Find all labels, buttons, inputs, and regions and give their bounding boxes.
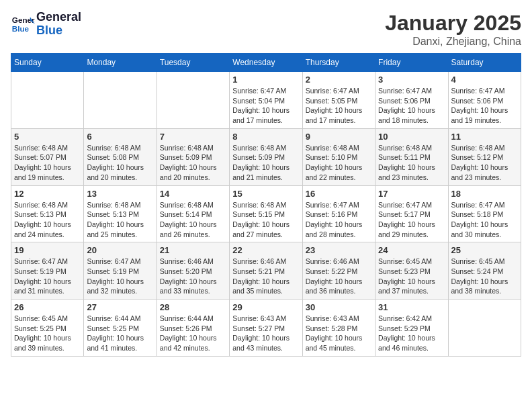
calendar-header-row: SundayMondayTuesdayWednesdayThursdayFrid…	[11, 54, 521, 72]
day-info: Sunrise: 6:48 AM Sunset: 5:12 PM Dayligh…	[451, 143, 518, 183]
calendar-week-row: 1Sunrise: 6:47 AM Sunset: 5:04 PM Daylig…	[11, 72, 521, 129]
calendar-cell: 12Sunrise: 6:48 AM Sunset: 5:13 PM Dayli…	[11, 185, 84, 242]
day-info: Sunrise: 6:47 AM Sunset: 5:06 PM Dayligh…	[378, 86, 445, 126]
day-number: 27	[87, 302, 153, 312]
day-info: Sunrise: 6:48 AM Sunset: 5:09 PM Dayligh…	[232, 143, 299, 183]
day-number: 5	[14, 132, 81, 142]
calendar-body: 1Sunrise: 6:47 AM Sunset: 5:04 PM Daylig…	[11, 72, 521, 357]
calendar-cell: 31Sunrise: 6:42 AM Sunset: 5:29 PM Dayli…	[375, 300, 448, 357]
title-block: January 2025 Danxi, Zhejiang, China	[385, 11, 521, 48]
location: Danxi, Zhejiang, China	[385, 36, 521, 48]
day-number: 31	[378, 302, 445, 312]
day-number: 19	[14, 245, 81, 255]
month-title: January 2025	[385, 11, 521, 36]
calendar-cell: 3Sunrise: 6:47 AM Sunset: 5:06 PM Daylig…	[375, 72, 448, 129]
day-info: Sunrise: 6:48 AM Sunset: 5:13 PM Dayligh…	[14, 200, 81, 240]
day-info: Sunrise: 6:42 AM Sunset: 5:29 PM Dayligh…	[378, 314, 445, 353]
day-info: Sunrise: 6:48 AM Sunset: 5:08 PM Dayligh…	[87, 143, 153, 183]
day-info: Sunrise: 6:48 AM Sunset: 5:09 PM Dayligh…	[160, 143, 226, 183]
calendar-cell: 6Sunrise: 6:48 AM Sunset: 5:08 PM Daylig…	[84, 128, 157, 185]
day-info: Sunrise: 6:43 AM Sunset: 5:28 PM Dayligh…	[306, 314, 372, 353]
day-number: 13	[87, 189, 153, 199]
day-info: Sunrise: 6:48 AM Sunset: 5:10 PM Dayligh…	[306, 143, 372, 183]
day-number: 29	[232, 302, 299, 312]
day-info: Sunrise: 6:48 AM Sunset: 5:14 PM Dayligh…	[160, 200, 226, 240]
calendar-cell: 9Sunrise: 6:48 AM Sunset: 5:10 PM Daylig…	[302, 128, 375, 185]
day-info: Sunrise: 6:46 AM Sunset: 5:21 PM Dayligh…	[232, 257, 299, 296]
day-number: 24	[378, 245, 445, 255]
calendar-cell: 21Sunrise: 6:46 AM Sunset: 5:20 PM Dayli…	[157, 242, 229, 300]
day-number: 15	[232, 189, 299, 199]
calendar-cell: 20Sunrise: 6:47 AM Sunset: 5:19 PM Dayli…	[84, 242, 157, 300]
day-number: 8	[232, 132, 299, 142]
day-info: Sunrise: 6:45 AM Sunset: 5:24 PM Dayligh…	[451, 257, 518, 296]
day-number: 16	[306, 189, 372, 199]
day-number: 6	[87, 132, 153, 142]
logo-text: General Blue	[36, 11, 81, 38]
day-number: 4	[451, 75, 518, 85]
day-number: 12	[14, 189, 81, 199]
calendar-cell: 22Sunrise: 6:46 AM Sunset: 5:21 PM Dayli…	[230, 242, 302, 300]
calendar-cell: 16Sunrise: 6:47 AM Sunset: 5:16 PM Dayli…	[302, 185, 375, 242]
day-number: 22	[232, 245, 299, 255]
day-number: 23	[306, 245, 372, 255]
day-info: Sunrise: 6:44 AM Sunset: 5:25 PM Dayligh…	[87, 314, 153, 353]
day-of-week-header: Thursday	[302, 54, 375, 72]
calendar-cell: 15Sunrise: 6:48 AM Sunset: 5:15 PM Dayli…	[230, 185, 302, 242]
calendar-cell: 19Sunrise: 6:47 AM Sunset: 5:19 PM Dayli…	[11, 242, 84, 300]
day-info: Sunrise: 6:48 AM Sunset: 5:15 PM Dayligh…	[232, 200, 299, 240]
day-info: Sunrise: 6:47 AM Sunset: 5:05 PM Dayligh…	[306, 86, 372, 126]
day-info: Sunrise: 6:46 AM Sunset: 5:22 PM Dayligh…	[306, 257, 372, 296]
day-info: Sunrise: 6:47 AM Sunset: 5:06 PM Dayligh…	[451, 86, 518, 126]
calendar-cell: 10Sunrise: 6:48 AM Sunset: 5:11 PM Dayli…	[375, 128, 448, 185]
calendar-cell: 1Sunrise: 6:47 AM Sunset: 5:04 PM Daylig…	[230, 72, 302, 129]
day-number: 20	[87, 245, 153, 255]
calendar-cell: 17Sunrise: 6:47 AM Sunset: 5:17 PM Dayli…	[375, 185, 448, 242]
day-number: 18	[451, 189, 518, 199]
calendar-cell: 24Sunrise: 6:45 AM Sunset: 5:23 PM Dayli…	[375, 242, 448, 300]
day-info: Sunrise: 6:48 AM Sunset: 5:11 PM Dayligh…	[378, 143, 445, 183]
calendar-cell: 14Sunrise: 6:48 AM Sunset: 5:14 PM Dayli…	[157, 185, 229, 242]
day-of-week-header: Sunday	[11, 54, 84, 72]
calendar-cell: 29Sunrise: 6:43 AM Sunset: 5:27 PM Dayli…	[230, 300, 302, 357]
day-number: 11	[451, 132, 518, 142]
day-info: Sunrise: 6:47 AM Sunset: 5:19 PM Dayligh…	[87, 257, 153, 296]
calendar-cell: 5Sunrise: 6:48 AM Sunset: 5:07 PM Daylig…	[11, 128, 84, 185]
day-info: Sunrise: 6:44 AM Sunset: 5:26 PM Dayligh…	[160, 314, 226, 353]
calendar-cell	[157, 72, 229, 129]
day-info: Sunrise: 6:45 AM Sunset: 5:25 PM Dayligh…	[14, 314, 81, 353]
day-number: 30	[306, 302, 372, 312]
logo-icon: General Blue	[11, 12, 35, 36]
day-of-week-header: Wednesday	[230, 54, 302, 72]
calendar-cell: 28Sunrise: 6:44 AM Sunset: 5:26 PM Dayli…	[157, 300, 229, 357]
calendar-cell	[11, 72, 84, 129]
page-header: General Blue General Blue January 2025 D…	[11, 11, 521, 48]
calendar-cell: 25Sunrise: 6:45 AM Sunset: 5:24 PM Dayli…	[448, 242, 521, 300]
day-number: 2	[306, 75, 372, 85]
calendar-cell: 23Sunrise: 6:46 AM Sunset: 5:22 PM Dayli…	[302, 242, 375, 300]
day-number: 26	[14, 302, 81, 312]
day-number: 7	[160, 132, 226, 142]
day-info: Sunrise: 6:48 AM Sunset: 5:13 PM Dayligh…	[87, 200, 153, 240]
day-number: 10	[378, 132, 445, 142]
calendar-week-row: 5Sunrise: 6:48 AM Sunset: 5:07 PM Daylig…	[11, 128, 521, 185]
day-number: 25	[451, 245, 518, 255]
calendar-cell: 11Sunrise: 6:48 AM Sunset: 5:12 PM Dayli…	[448, 128, 521, 185]
day-info: Sunrise: 6:45 AM Sunset: 5:23 PM Dayligh…	[378, 257, 445, 296]
calendar-week-row: 12Sunrise: 6:48 AM Sunset: 5:13 PM Dayli…	[11, 185, 521, 242]
day-number: 14	[160, 189, 226, 199]
day-number: 21	[160, 245, 226, 255]
day-of-week-header: Tuesday	[157, 54, 229, 72]
calendar-week-row: 19Sunrise: 6:47 AM Sunset: 5:19 PM Dayli…	[11, 242, 521, 300]
day-number: 9	[306, 132, 372, 142]
calendar-cell	[84, 72, 157, 129]
day-number: 28	[160, 302, 226, 312]
svg-text:Blue: Blue	[12, 24, 30, 33]
day-info: Sunrise: 6:47 AM Sunset: 5:04 PM Dayligh…	[232, 86, 299, 126]
calendar-cell	[448, 300, 521, 357]
calendar-cell: 7Sunrise: 6:48 AM Sunset: 5:09 PM Daylig…	[157, 128, 229, 185]
day-number: 17	[378, 189, 445, 199]
calendar-cell: 30Sunrise: 6:43 AM Sunset: 5:28 PM Dayli…	[302, 300, 375, 357]
day-number: 1	[232, 75, 299, 85]
logo: General Blue General Blue	[11, 11, 81, 38]
